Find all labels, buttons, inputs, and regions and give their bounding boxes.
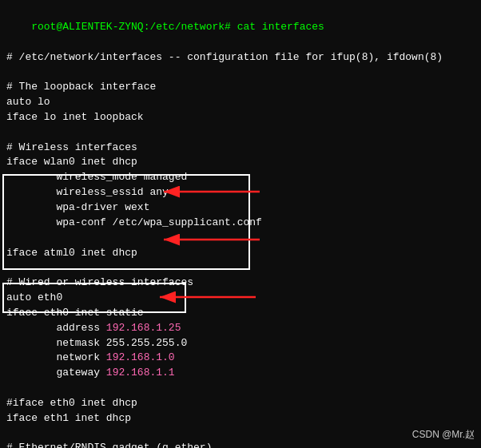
line-gateway-eth0: gateway 192.168.1.1 bbox=[6, 366, 475, 381]
ip-network-eth0: 192.168.1.0 bbox=[106, 351, 175, 363]
line-auto-eth0: auto eth0 bbox=[6, 291, 475, 306]
line-rndis-comment1: # Ethernet/RNDIS gadget (g_ether) bbox=[6, 441, 475, 448]
ip-gateway-eth0: 192.168.1.1 bbox=[106, 367, 175, 379]
line-blank-1 bbox=[6, 65, 475, 80]
line-atml0: iface atml0 inet dhcp bbox=[6, 246, 475, 261]
line-1: # /etc/network/interfaces -- configurati… bbox=[6, 50, 475, 65]
ip-address-eth0: 192.168.1.25 bbox=[106, 322, 181, 334]
line-blank-6 bbox=[6, 426, 475, 442]
line-wireless-comment: # Wireless interfaces bbox=[6, 141, 475, 156]
line-netmask-eth0: netmask 255.255.255.0 bbox=[6, 336, 475, 351]
line-wpa-conf: wpa-conf /etc/wpa_supplicant.conf bbox=[6, 216, 475, 231]
terminal-window: root@ALIENTEK-ZYNQ:/etc/network# cat int… bbox=[0, 0, 481, 448]
line-blank-3 bbox=[6, 231, 475, 246]
line-wlan0: iface wlan0 inet dhcp bbox=[6, 155, 475, 170]
line-network-eth0: network 192.168.1.0 bbox=[6, 351, 475, 366]
line-wireless-essid: wireless_essid any bbox=[6, 185, 475, 200]
line-comment-iface-eth0: #iface eth0 inet dhcp bbox=[6, 396, 475, 411]
line-iface-lo: iface lo inet loopback bbox=[6, 110, 475, 125]
prompt-line: root@ALIENTEK-ZYNQ:/etc/network# cat int… bbox=[6, 5, 475, 50]
line-auto-lo: auto lo bbox=[6, 95, 475, 110]
prompt-text: root@ALIENTEK-ZYNQ:/etc/network# cat int… bbox=[31, 21, 324, 33]
line-wireless-mode: wireless_mode managed bbox=[6, 170, 475, 185]
watermark: CSDN @Mr.赵 bbox=[412, 428, 475, 442]
line-blank-5 bbox=[6, 381, 475, 396]
line-blank-2 bbox=[6, 125, 475, 141]
line-iface-eth1: iface eth1 inet dhcp bbox=[6, 411, 475, 426]
line-blank-4 bbox=[6, 260, 475, 276]
line-loopback-comment: # The loopback interface bbox=[6, 80, 475, 95]
line-address-eth0: address 192.168.1.25 bbox=[6, 321, 475, 336]
line-wpa-driver: wpa-driver wext bbox=[6, 200, 475, 216]
line-iface-eth0: iface eth0 inet static bbox=[6, 306, 475, 321]
line-wired-comment: # Wired or wireless interfaces bbox=[6, 276, 475, 291]
